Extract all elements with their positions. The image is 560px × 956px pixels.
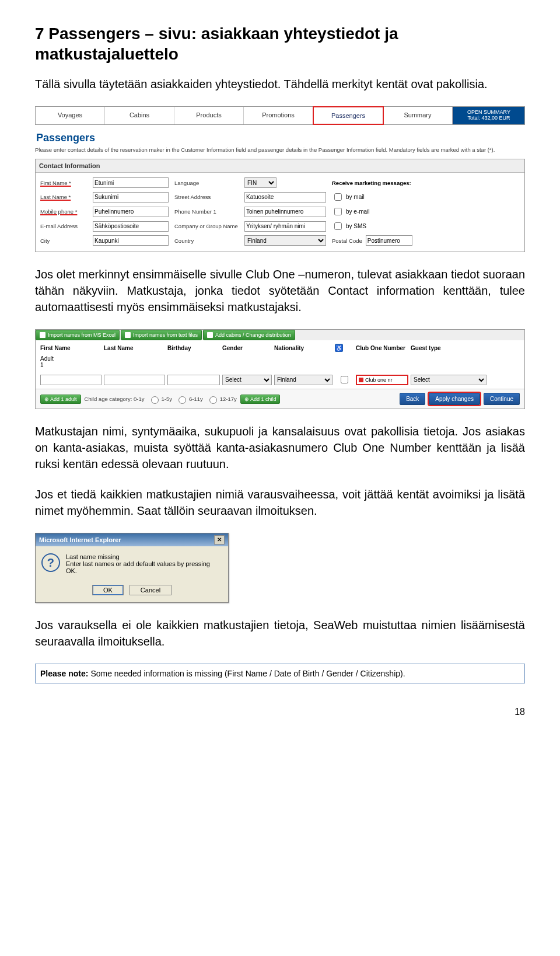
age-1-5-radio[interactable] [151,396,159,404]
p1-first-name[interactable] [40,375,102,385]
contact-info-title: Contact Information [36,159,524,173]
marketing-sms-checkbox[interactable] [334,222,342,230]
tab-products[interactable]: Products [174,107,244,124]
tab-cabins[interactable]: Cabins [105,107,174,124]
ie-dialog-titlebar: Microsoft Internet Explorer ✕ [36,533,228,546]
wheelchair-icon: ♿ [335,344,343,352]
cabin-icon [207,332,213,338]
street-label: Street Address [174,194,239,200]
add-adult-button[interactable]: ⊕ Add 1 adult [40,395,81,404]
country-label: Country [174,238,239,244]
add-child-button[interactable]: ⊕ Add 1 child [240,395,281,404]
ie-ok-button[interactable]: OK [92,585,124,595]
tabs-row: Voyages Cabins Products Promotions Passe… [35,106,525,125]
add-cabins-button[interactable]: Add cabins / Change distribution [203,330,295,340]
section-heading: 7 Passengers – sivu: asiakkaan yhteystie… [35,23,525,64]
marketing-email-label: by e-mail [346,208,370,215]
child-age-category-label: Child age category: 0-1y [85,396,145,402]
p1-wheelchair-checkbox[interactable] [337,376,352,383]
summary-total[interactable]: OPEN SUMMARY Total: 432,00 EUR [453,107,524,124]
first-name-field[interactable] [93,177,169,188]
hdr-birthday: Birthday [167,345,220,351]
passenger-row-1: Select Finland Club one nr Select [36,371,524,389]
postal-label: Postal Code [332,238,362,244]
import-excel-button[interactable]: Import names from MS Excel [36,330,120,340]
ie-dialog: Microsoft Internet Explorer ✕ ? Last nam… [35,533,229,603]
import-text-button[interactable]: Import names from text files [121,330,202,340]
ie-close-button[interactable]: ✕ [214,535,225,545]
hdr-club-one: Club One Number [356,345,408,351]
apply-changes-button[interactable]: Apply changes [429,393,480,405]
marketing-sms-label: by SMS [346,223,366,229]
intro-text: Tällä sivulla täytetään asiakkaiden yhte… [35,76,525,92]
textfile-icon [125,332,131,338]
passenger-list-box: Import names from MS Excel Import names … [35,329,525,409]
p1-guest-type-select[interactable]: Select [411,375,487,385]
contact-info-box: Contact Information First Name * Languag… [35,159,525,252]
marketing-mail-checkbox[interactable] [334,193,342,201]
age-6-11-radio[interactable] [178,396,186,404]
open-summary-label: OPEN SUMMARY [457,109,521,115]
tab-passengers[interactable]: Passengers [313,106,384,125]
company-label: Company or Group Name [174,223,239,229]
para-after-list-2: Jos et tiedä kaikkien matkustajien nimiä… [35,486,525,519]
hdr-gender: Gender [222,345,272,351]
excel-icon [40,332,46,338]
phone1-label: Phone Number 1 [174,208,239,215]
street-field[interactable] [244,192,326,203]
hdr-last-name: Last Name [104,345,165,351]
p1-club-one-value: Club one nr [365,377,393,383]
tab-summary[interactable]: Summary [383,107,453,124]
mid-paragraph: Jos olet merkinnyt ensimmäiselle sivulle… [35,266,525,315]
question-icon: ? [41,553,60,572]
mobile-field[interactable] [93,207,169,217]
last-name-label: Last Name * [40,194,87,200]
tab-promotions[interactable]: Promotions [244,107,313,124]
first-name-label: First Name * [40,180,87,186]
age-12-17-radio[interactable] [209,396,217,404]
ie-cancel-button[interactable]: Cancel [130,585,172,595]
page-number: 18 [35,707,525,717]
hdr-first-name: First Name [40,345,102,351]
p1-last-name[interactable] [104,375,165,385]
city-field[interactable] [93,235,169,246]
language-label: Language [174,180,239,186]
adult-row-label: Adult 1 [36,355,524,371]
last-name-field[interactable] [93,192,169,203]
postal-field[interactable] [366,235,412,246]
marketing-mail-label: by mail [346,194,365,200]
para-final: Jos varauksella ei ole kaikkien matkusta… [35,617,525,650]
language-select[interactable]: FIN [244,177,276,188]
back-button[interactable]: Back [400,393,425,405]
ie-message-line-1: Last name missing [66,553,222,560]
missing-info-note: Please note: Some needed information is … [35,664,525,683]
continue-button[interactable]: Continue [484,393,520,405]
p1-gender-select[interactable]: Select [222,375,272,385]
hdr-nationality: Nationality [274,345,332,351]
ie-message-line-2: Enter last names or add default values b… [66,560,222,574]
passengers-subtitle: Please enter contact details of the rese… [35,146,525,153]
phone1-field[interactable] [244,207,326,217]
p1-nationality-select[interactable]: Finland [274,375,332,385]
ie-dialog-title: Microsoft Internet Explorer [39,536,121,543]
hdr-guest-type: Guest type [411,345,487,351]
passengers-title: Passengers [36,132,524,144]
club-one-indicator-icon [359,378,363,382]
p1-birthday[interactable] [167,375,220,385]
passenger-list-footer: ⊕ Add 1 adult Child age category: 0-1y 1… [36,389,524,409]
mobile-label: Mobile phone * [40,208,87,215]
company-field[interactable] [244,221,326,232]
marketing-email-checkbox[interactable] [334,208,342,215]
country-select[interactable]: Finland [244,235,326,246]
contact-info-grid: First Name * Language FIN Receive market… [36,173,524,252]
summary-total-value: Total: 432,00 EUR [457,115,521,121]
email-field[interactable] [93,221,169,232]
email-label: E-mail Address [40,223,87,229]
import-bar: Import names from MS Excel Import names … [36,330,524,340]
p1-club-one-cell[interactable]: Club one nr [356,375,408,385]
tab-voyages[interactable]: Voyages [36,107,105,124]
passenger-list-header: First Name Last Name Birthday Gender Nat… [36,340,524,355]
para-after-list-1: Matkustajan nimi, syntymäaika, sukupuoli… [35,423,525,472]
marketing-header: Receive marketing messages: [332,180,431,186]
city-label: City [40,238,87,244]
